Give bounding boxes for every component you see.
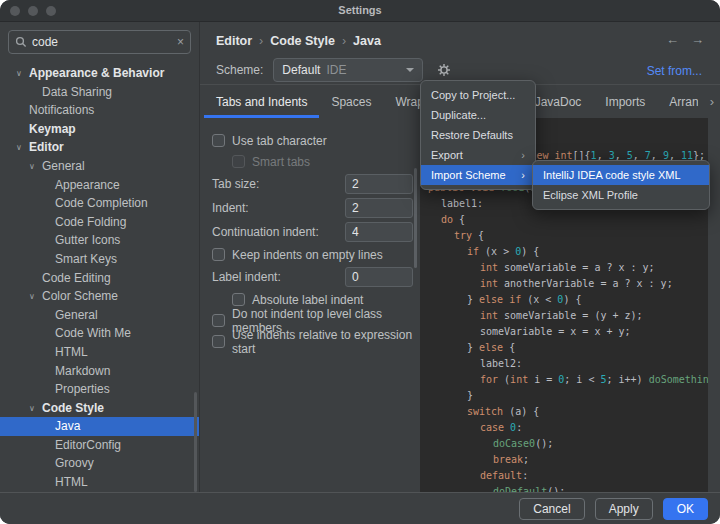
checkbox-smart-tabs[interactable]: Smart tabs <box>232 151 420 172</box>
code-line: try { <box>428 228 708 244</box>
checkbox-box <box>212 134 225 147</box>
sidebar-item-general[interactable]: General <box>0 306 199 325</box>
tab-imports[interactable]: Imports <box>593 88 657 118</box>
checkbox-box <box>212 314 225 327</box>
window-title: Settings <box>0 4 720 16</box>
breadcrumb-segment: Code Style <box>270 34 335 48</box>
search-icon <box>15 36 27 48</box>
sidebar-item-notifications[interactable]: Notifications <box>0 101 199 120</box>
sidebar-item-label: Keymap <box>29 122 76 136</box>
sidebar-item-appearance[interactable]: Appearance <box>0 176 199 195</box>
sidebar-item-label: Editor <box>29 140 64 154</box>
sidebar-item-markdown[interactable]: Markdown <box>0 362 199 381</box>
breadcrumb-segment: Java <box>353 34 381 48</box>
sidebar-item-label: General <box>55 308 98 322</box>
code-line: int anotherVariable = a ? x : y; <box>428 276 708 292</box>
sidebar-item-general[interactable]: ∨General <box>0 157 199 176</box>
checkbox-label: Use indents relative to expression start <box>232 328 420 356</box>
field-row-continuation-indent: Continuation indent: <box>212 220 420 244</box>
input-continuation-indent[interactable] <box>345 222 413 242</box>
submenu-item-eclipse-xml-profile[interactable]: Eclipse XML Profile <box>533 185 709 205</box>
sidebar-item-data-sharing[interactable]: Data Sharing <box>0 83 199 102</box>
submenu-arrow-icon: › <box>513 145 525 165</box>
scheme-menu: Copy to Project...Duplicate...Restore De… <box>420 80 536 190</box>
menu-item-import-scheme[interactable]: Import Scheme› <box>421 165 535 185</box>
sidebar-item-html[interactable]: HTML <box>0 343 199 362</box>
submenu-item-intellij-idea-code-style-xml[interactable]: IntelliJ IDEA code style XML <box>533 165 709 185</box>
dropdown-arrow-icon <box>406 68 414 72</box>
sidebar-item-label: Code Folding <box>55 215 126 229</box>
menu-item-label: Duplicate... <box>431 105 486 125</box>
sidebar-item-code-completion[interactable]: Code Completion <box>0 194 199 213</box>
ok-button[interactable]: OK <box>663 498 708 520</box>
sidebar-item-label: Code Editing <box>42 271 111 285</box>
menu-item-copy-to-project[interactable]: Copy to Project... <box>421 85 535 105</box>
menu-item-label: Import Scheme <box>431 165 506 185</box>
sidebar-item-html[interactable]: HTML <box>0 473 199 492</box>
import-scheme-submenu: IntelliJ IDEA code style XMLEclipse XML … <box>532 160 710 210</box>
field-label: Tab size: <box>212 177 345 191</box>
code-line: } <box>428 388 708 404</box>
sidebar-item-label: Notifications <box>29 103 94 117</box>
input-indent[interactable] <box>345 198 413 218</box>
sidebar-item-label: HTML <box>55 345 88 359</box>
sidebar-item-smart-keys[interactable]: Smart Keys <box>0 250 199 269</box>
sidebar-item-label: Code With Me <box>55 326 131 340</box>
input-tab-size[interactable] <box>345 174 413 194</box>
sidebar-item-code-with-me[interactable]: Code With Me <box>0 324 199 343</box>
breadcrumb-segment: Editor <box>216 34 252 48</box>
sidebar-item-label: HTML <box>55 475 88 489</box>
apply-button[interactable]: Apply <box>595 498 653 520</box>
search-field[interactable]: × <box>8 30 191 54</box>
code-line: switch (a) { <box>428 404 708 420</box>
checkbox-use-indents-relative-to-expression-start[interactable]: Use indents relative to expression start <box>212 331 420 352</box>
checkbox-label: Use tab character <box>232 134 327 148</box>
menu-item-duplicate[interactable]: Duplicate... <box>421 105 535 125</box>
sidebar-item-gutter-icons[interactable]: Gutter Icons <box>0 231 199 250</box>
tab-spaces[interactable]: Spaces <box>319 88 383 118</box>
code-line: someVariable = x = x + y; <box>428 324 708 340</box>
code-line: } else if (x < 0) { <box>428 292 708 308</box>
set-from-link[interactable]: Set from... <box>647 64 702 78</box>
sidebar-item-groovy[interactable]: Groovy <box>0 454 199 473</box>
settings-tree: ∨Appearance & BehaviorData SharingNotifi… <box>0 64 199 524</box>
sidebar-item-editor[interactable]: ∨Editor <box>0 138 199 157</box>
search-input[interactable] <box>32 35 177 49</box>
menu-item-label: Restore Defaults <box>431 125 513 145</box>
tab-overflow-icon[interactable]: › <box>710 94 714 109</box>
chevron-down-icon: ∨ <box>29 400 42 419</box>
sidebar-item-code-editing[interactable]: Code Editing <box>0 269 199 288</box>
sidebar-item-properties[interactable]: Properties <box>0 380 199 399</box>
back-icon[interactable]: ← <box>666 32 679 47</box>
sidebar-item-label: Color Scheme <box>42 289 118 303</box>
tab-arrangement[interactable]: Arrangement <box>657 88 698 118</box>
cancel-button[interactable]: Cancel <box>519 498 584 520</box>
scheme-actions-button[interactable] <box>437 63 451 77</box>
sidebar-item-label: EditorConfig <box>55 438 121 452</box>
form-scrollbar[interactable] <box>414 168 417 268</box>
menu-item-restore-defaults[interactable]: Restore Defaults <box>421 125 535 145</box>
sidebar-item-appearance-behavior[interactable]: ∨Appearance & Behavior <box>0 64 199 83</box>
sidebar-item-keymap[interactable]: Keymap <box>0 120 199 139</box>
code-line: for (int i = 0; i < 5; i++) doSomething(… <box>428 372 708 388</box>
tab-tabs-and-indents[interactable]: Tabs and Indents <box>204 88 319 118</box>
checkbox-use-tab-character[interactable]: Use tab character <box>212 130 420 151</box>
titlebar: Settings <box>0 0 720 22</box>
sidebar-item-label: Code Completion <box>55 196 148 210</box>
scheme-dropdown[interactable]: Default IDE <box>273 58 423 82</box>
sidebar-item-java[interactable]: Java <box>0 417 199 436</box>
sidebar-scrollbar[interactable] <box>194 392 197 492</box>
sidebar-item-code-folding[interactable]: Code Folding <box>0 213 199 232</box>
input-label-indent[interactable] <box>345 267 413 287</box>
menu-item-export[interactable]: Export› <box>421 145 535 165</box>
sidebar-item-label: Smart Keys <box>55 252 117 266</box>
submenu-arrow-icon: › <box>513 165 525 185</box>
breadcrumb: Editor›Code Style›Java <box>216 34 381 48</box>
sidebar-item-code-style[interactable]: ∨Code Style <box>0 399 199 418</box>
checkbox-keep-indents-on-empty-lines[interactable]: Keep indents on empty lines <box>212 244 420 265</box>
sidebar-item-color-scheme[interactable]: ∨Color Scheme <box>0 287 199 306</box>
forward-icon[interactable]: → <box>691 32 704 47</box>
clear-search-icon[interactable]: × <box>177 35 184 49</box>
sidebar-item-editorconfig[interactable]: EditorConfig <box>0 436 199 455</box>
sidebar-item-label: Java <box>55 419 80 433</box>
